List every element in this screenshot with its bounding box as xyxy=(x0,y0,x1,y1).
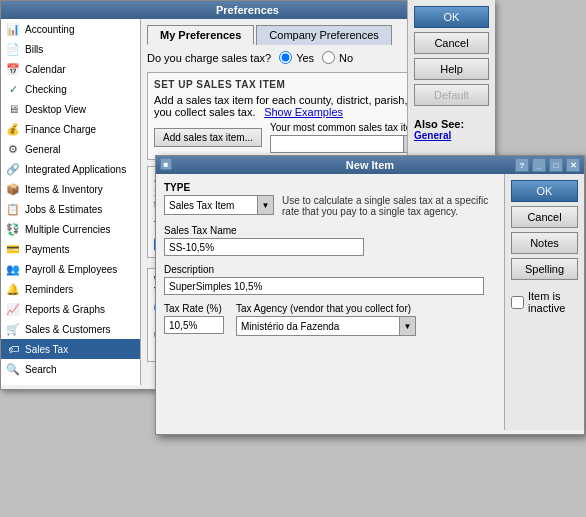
tax-rate-input[interactable] xyxy=(164,316,224,334)
help-button[interactable]: Help xyxy=(414,58,489,80)
new-item-close-icon[interactable]: ✕ xyxy=(566,158,580,172)
sidebar-label-integrated: Integrated Applications xyxy=(25,164,126,175)
bills-icon: 📄 xyxy=(5,41,21,57)
sidebar-item-multiple[interactable]: 💱 Multiple Currencies xyxy=(1,219,140,239)
default-button[interactable]: Default xyxy=(414,84,489,106)
general-icon: ⚙ xyxy=(5,141,21,157)
cancel-button[interactable]: Cancel xyxy=(414,32,489,54)
ok-button[interactable]: OK xyxy=(414,6,489,28)
yes-label: Yes xyxy=(296,52,314,64)
sidebar-item-accounting[interactable]: 📊 Accounting xyxy=(1,19,140,39)
also-see-section: Also See: General xyxy=(414,118,489,141)
yes-radio[interactable] xyxy=(279,51,292,64)
sidebar-label-desktop: Desktop View xyxy=(25,104,86,115)
sidebar-label-finance: Finance Charge xyxy=(25,124,96,135)
new-item-titlebar-icons: ? _ □ ✕ xyxy=(515,158,580,172)
sidebar-label-general: General xyxy=(25,144,61,155)
rate-agency-row: Tax Rate (%) Tax Agency (vendor that you… xyxy=(164,303,496,336)
sidebar-item-items[interactable]: 📦 Items & Inventory xyxy=(1,179,140,199)
agency-arrow-icon[interactable]: ▼ xyxy=(399,317,415,335)
items-icon: 📦 xyxy=(5,181,21,197)
new-item-help-icon[interactable]: ? xyxy=(515,158,529,172)
sidebar-label-calendar: Calendar xyxy=(25,64,66,75)
reports-icon: 📈 xyxy=(5,301,21,317)
agency-value: Ministério da Fazenda xyxy=(237,319,399,334)
sidebar-item-integrated[interactable]: 🔗 Integrated Applications xyxy=(1,159,140,179)
multiple-icon: 💱 xyxy=(5,221,21,237)
no-radio[interactable] xyxy=(322,51,335,64)
name-input[interactable] xyxy=(164,238,364,256)
sidebar-label-payments: Payments xyxy=(25,244,69,255)
item-inactive-checkbox[interactable] xyxy=(511,296,524,309)
new-item-body: TYPE Sales Tax Item ▼ Use to calculate a… xyxy=(156,174,584,430)
finance-icon: 💰 xyxy=(5,121,21,137)
desktop-icon: 🖥 xyxy=(5,101,21,117)
sidebar-label-payroll: Payroll & Employees xyxy=(25,264,117,275)
payroll-icon: 👥 xyxy=(5,261,21,277)
new-item-system-icon: ■ xyxy=(160,158,172,170)
sidebar-item-calendar[interactable]: 📅 Calendar xyxy=(1,59,140,79)
show-examples-link[interactable]: Show Examples xyxy=(264,106,343,118)
sidebar-item-reminders[interactable]: 🔔 Reminders xyxy=(1,279,140,299)
sidebar-item-payments[interactable]: 💳 Payments xyxy=(1,239,140,259)
preferences-title: Preferences xyxy=(216,4,279,16)
sidebar-item-reports[interactable]: 📈 Reports & Graphs xyxy=(1,299,140,319)
sidebar-label-accounting: Accounting xyxy=(25,24,74,35)
sidebar-item-payroll[interactable]: 👥 Payroll & Employees xyxy=(1,259,140,279)
sidebar-item-send-forms[interactable]: 📧 Send Forms xyxy=(1,379,140,385)
add-sales-tax-button[interactable]: Add sales tax item... xyxy=(154,128,262,147)
new-item-title: New Item xyxy=(346,159,394,171)
item-inactive-label: Item is inactive xyxy=(528,290,578,314)
no-radio-group: No xyxy=(322,51,353,64)
sidebar-item-finance[interactable]: 💰 Finance Charge xyxy=(1,119,140,139)
new-item-content: TYPE Sales Tax Item ▼ Use to calculate a… xyxy=(156,174,504,430)
new-item-minimize-icon[interactable]: _ xyxy=(532,158,546,172)
new-item-cancel-button[interactable]: Cancel xyxy=(511,206,578,228)
type-dropdown-arrow-icon[interactable]: ▼ xyxy=(257,196,273,214)
new-item-notes-button[interactable]: Notes xyxy=(511,232,578,254)
tab-company-preferences[interactable]: Company Preferences xyxy=(256,25,391,45)
new-item-ok-button[interactable]: OK xyxy=(511,180,578,202)
agency-label: Tax Agency (vendor that you collect for) xyxy=(236,303,416,314)
sidebar-item-search[interactable]: 🔍 Search xyxy=(1,359,140,379)
new-item-spelling-button[interactable]: Spelling xyxy=(511,258,578,280)
type-description: Use to calculate a single sales tax at a… xyxy=(282,195,496,217)
type-dropdown[interactable]: Sales Tax Item ▼ xyxy=(164,195,274,215)
sidebar-item-desktop[interactable]: 🖥 Desktop View xyxy=(1,99,140,119)
checking-icon: ✓ xyxy=(5,81,21,97)
sidebar-item-bills[interactable]: 📄 Bills xyxy=(1,39,140,59)
description-input[interactable] xyxy=(164,277,484,295)
item-inactive-row: Item is inactive xyxy=(511,290,578,314)
also-see-title: Also See: xyxy=(414,118,464,130)
charge-question: Do you charge sales tax? xyxy=(147,52,271,64)
sidebar-label-bills: Bills xyxy=(25,44,43,55)
agency-dropdown[interactable]: Ministério da Fazenda ▼ xyxy=(236,316,416,336)
sidebar-item-sales-customers[interactable]: 🛒 Sales & Customers xyxy=(1,319,140,339)
sidebar-label-items: Items & Inventory xyxy=(25,184,103,195)
description-label: Description xyxy=(164,264,496,275)
sales-tax-icon: 🏷 xyxy=(5,341,21,357)
sidebar-item-jobs[interactable]: 📋 Jobs & Estimates xyxy=(1,199,140,219)
new-item-restore-icon[interactable]: □ xyxy=(549,158,563,172)
sidebar-item-general[interactable]: ⚙ General xyxy=(1,139,140,159)
agency-col: Tax Agency (vendor that you collect for)… xyxy=(236,303,416,336)
search-icon: 🔍 xyxy=(5,361,21,377)
type-section: TYPE Sales Tax Item ▼ Use to calculate a… xyxy=(164,182,496,217)
tab-my-preferences[interactable]: My Preferences xyxy=(147,25,254,45)
payments-icon: 💳 xyxy=(5,241,21,257)
new-item-right-panel: OK Cancel Notes Spelling Item is inactiv… xyxy=(504,174,584,430)
sidebar-item-checking[interactable]: ✓ Checking xyxy=(1,79,140,99)
sidebar-label-search: Search xyxy=(25,364,57,375)
type-label: TYPE xyxy=(164,182,496,193)
also-see-link[interactable]: General xyxy=(414,130,451,141)
type-row: Sales Tax Item ▼ Use to calculate a sing… xyxy=(164,195,496,217)
most-common-dropdown[interactable]: ▼ xyxy=(270,135,420,153)
new-item-menu-icon[interactable]: ■ xyxy=(160,158,172,170)
accounting-icon: 📊 xyxy=(5,21,21,37)
type-value: Sales Tax Item xyxy=(165,198,257,213)
sidebar: 📊 Accounting 📄 Bills 📅 Calendar ✓ Checki… xyxy=(1,19,141,385)
no-label: No xyxy=(339,52,353,64)
tax-rate-col: Tax Rate (%) xyxy=(164,303,224,334)
sidebar-item-sales-tax[interactable]: 🏷 Sales Tax xyxy=(1,339,140,359)
jobs-icon: 📋 xyxy=(5,201,21,217)
